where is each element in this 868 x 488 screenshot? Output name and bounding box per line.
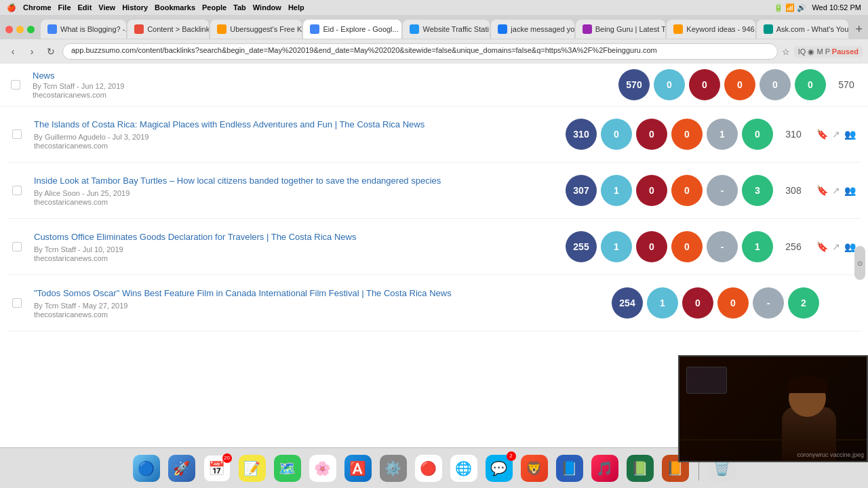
topbar-time: Wed 10:52 PM	[812, 3, 861, 12]
dock-item-photos[interactable]: 🌸	[308, 453, 338, 483]
row-0-metric-2: 0	[636, 119, 667, 150]
tab-bar: What is Blogging? -... Content > Backlin…	[0, 15, 868, 39]
partial-checkbox[interactable]	[11, 80, 27, 89]
dock-item-sysprefs[interactable]: ⚙️	[378, 453, 408, 483]
row-1-title[interactable]: Inside Look at Tambor Bay Turtles – How …	[34, 175, 560, 187]
dock-item-itunes[interactable]: 🎵	[590, 453, 620, 483]
fullscreen-button[interactable]	[27, 26, 35, 33]
tab-8[interactable]: Keyword ideas - 946...	[667, 20, 755, 39]
row-2-author: By Tcrn Staff	[34, 245, 76, 253]
sysprefs-icon: ⚙️	[380, 455, 407, 482]
row-2-title[interactable]: Customs Office Eliminates Goods Declarat…	[34, 231, 560, 243]
partial-metric-3: 0	[724, 69, 755, 100]
dock-item-launchpad[interactable]: 🚀	[167, 453, 197, 483]
apple-menu[interactable]: 🍎	[7, 3, 16, 12]
row-1-actions: 🔖 ↗ 👥	[816, 185, 856, 196]
row-0-metric-0: 310	[566, 119, 597, 150]
dock-item-brave[interactable]: 🦁	[519, 453, 549, 483]
word-icon: 📘	[556, 455, 583, 482]
row-0-title[interactable]: The Islands of Costa Rica: Magical Place…	[34, 119, 560, 131]
scroll-indicator[interactable]: ⊙	[854, 246, 865, 280]
tab-6-label: jacke messaged you	[511, 25, 574, 33]
tab-7[interactable]: Being Guru | Latest T...	[576, 20, 666, 39]
tab-6[interactable]: jacke messaged you	[491, 20, 574, 39]
close-button[interactable]	[5, 26, 13, 33]
menu-file[interactable]: File	[58, 3, 71, 12]
row-2-actions: 🔖 ↗ 👥	[816, 241, 856, 252]
dock-item-excel[interactable]: 📗	[625, 453, 655, 483]
row-1-meta: By Alice Soon - Jun 25, 2019	[34, 189, 560, 197]
menu-bookmarks[interactable]: Bookmarks	[155, 3, 195, 12]
dock-item-finder[interactable]: 🔵	[132, 453, 161, 483]
menu-people[interactable]: People	[202, 3, 226, 12]
menu-edit[interactable]: Edit	[78, 3, 92, 12]
minimize-button[interactable]	[16, 26, 24, 33]
row-2-share-icon[interactable]: ↗	[832, 241, 840, 252]
extensions-area: IQ ◉ M P Paused	[794, 46, 863, 58]
back-button[interactable]: ‹	[5, 46, 20, 57]
row-0-users-icon[interactable]: 👥	[844, 129, 856, 140]
dock-item-skype[interactable]: 💬 2	[484, 453, 514, 483]
partial-domain: thecostaricanews.com	[33, 91, 613, 99]
partial-title-col: News By Tcrn Staff - Jun 12, 2019 thecos…	[33, 70, 613, 99]
row-3-metric-3: 0	[717, 287, 749, 319]
row-0-save-icon[interactable]: 🔖	[816, 129, 828, 140]
dock-item-word[interactable]: 📘	[555, 453, 585, 483]
row-2-metric-0: 255	[566, 231, 597, 262]
menu-window[interactable]: Window	[253, 3, 281, 12]
row-3-title[interactable]: "Todos Somos Oscar" Wins Best Feature Fi…	[34, 287, 606, 300]
row-3-checkbox-col	[12, 298, 28, 308]
row-0-checkbox[interactable]	[12, 129, 22, 139]
tab-5[interactable]: Website Traffic Stati...	[403, 20, 490, 39]
maps-icon: 🗺️	[274, 455, 301, 482]
row-1-share-icon[interactable]: ↗	[832, 185, 840, 196]
partial-checkbox-box[interactable]	[11, 80, 20, 89]
row-2-meta: By Tcrn Staff - Jul 10, 2019	[34, 245, 560, 253]
row-3-title-col: "Todos Somos Oscar" Wins Best Feature Fi…	[34, 287, 606, 318]
tab-1[interactable]: What is Blogging? -...	[41, 20, 126, 39]
bookmark-star-icon[interactable]: ☆	[782, 47, 790, 57]
reload-button[interactable]: ↻	[43, 46, 58, 57]
row-3-author: By Tcrn Staff	[34, 302, 76, 310]
new-tab-button[interactable]: +	[850, 22, 868, 37]
row-3-metric-5: 2	[788, 287, 819, 319]
video-inner: coronywruc vaccine.jpeg	[679, 357, 867, 461]
dock-item-maps[interactable]: 🗺️	[273, 453, 302, 483]
row-1-save-icon[interactable]: 🔖	[816, 185, 828, 196]
tab-2[interactable]: Content > Backlinks	[127, 20, 209, 39]
tab-2-favicon	[134, 24, 144, 34]
tab-1-label: What is Blogging? -...	[60, 25, 126, 33]
menu-help[interactable]: Help	[288, 3, 304, 12]
row-2-checkbox[interactable]	[12, 242, 22, 251]
tab-3[interactable]: Ubersuggest's Free K...	[210, 20, 302, 39]
tab-9[interactable]: Ask.com - What's You...	[757, 20, 849, 39]
row-0-share-icon[interactable]: ↗	[832, 129, 840, 140]
row-1-users-icon[interactable]: 👥	[844, 185, 856, 196]
row-2-save-icon[interactable]: 🔖	[816, 241, 828, 252]
menu-history[interactable]: History	[122, 3, 148, 12]
row-1-checkbox[interactable]	[12, 186, 22, 195]
chrome-icon: 🌐	[450, 455, 477, 482]
dock-item-chromium[interactable]: 🔴	[414, 453, 443, 483]
result-row-2: Customs Office Eliminates Goods Declarat…	[7, 219, 861, 275]
tab-4[interactable]: Eid - Explore - Googl... ✕	[303, 20, 401, 39]
row-2-checkbox-col	[12, 242, 28, 251]
topbar-left: 🍎 Chrome File Edit View History Bookmark…	[7, 3, 304, 12]
dock-item-chrome[interactable]: 🌐	[449, 453, 479, 483]
row-3-checkbox[interactable]	[12, 298, 22, 308]
address-bar[interactable]: app.buzzsumo.com/content/backlinks?searc…	[62, 43, 778, 60]
dock-item-notes[interactable]: 📝	[237, 453, 267, 483]
dock-item-calendar[interactable]: 📅 20	[202, 453, 232, 483]
partial-date-sep: -	[77, 82, 81, 90]
menu-view[interactable]: View	[98, 3, 115, 12]
forward-button[interactable]: ›	[24, 46, 39, 57]
tab-7-favicon	[583, 24, 592, 34]
row-3-metric-0: 254	[612, 287, 643, 319]
row-0-metric-1: 0	[601, 119, 632, 150]
menu-tab[interactable]: Tab	[233, 3, 246, 12]
notes-icon: 📝	[239, 455, 266, 482]
row-2-title-col: Customs Office Eliminates Goods Declarat…	[34, 231, 560, 262]
partial-article-title[interactable]: News	[33, 70, 613, 81]
dock-item-appstore[interactable]: 🅰️	[343, 453, 373, 483]
row-1-date: Jun 25, 2019	[87, 189, 130, 197]
